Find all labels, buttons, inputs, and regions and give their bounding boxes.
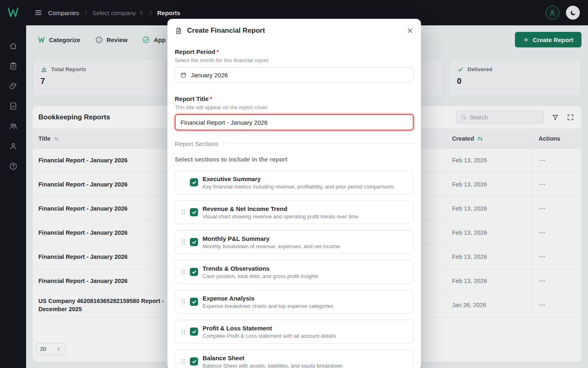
report-period-label: Report Period* xyxy=(175,48,414,55)
report-section-card[interactable]: Monthly P&L Summary Monthly breakdown of… xyxy=(175,230,414,254)
create-financial-report-modal: Create Financial Report Report Period* S… xyxy=(167,19,421,368)
check-icon xyxy=(192,269,197,275)
section-title: Expense Analysis xyxy=(203,295,333,302)
section-description: Visual chart showing revenue and operati… xyxy=(203,213,359,220)
check-icon xyxy=(192,180,197,185)
section-description: Monthly breakdown of revenue, expenses, … xyxy=(203,243,340,249)
required-mark: * xyxy=(210,95,212,102)
report-period-input-wrap[interactable] xyxy=(175,67,414,83)
required-mark: * xyxy=(216,48,219,55)
file-text-icon xyxy=(175,27,183,35)
section-checkbox[interactable] xyxy=(190,328,198,336)
sections-list: Executive Summary Key financial metrics … xyxy=(175,171,414,368)
report-title-input[interactable] xyxy=(180,119,408,126)
report-section-card[interactable]: Revenue & Net Income Trend Visual chart … xyxy=(175,200,414,224)
section-description: Complete Profit & Loss statement with al… xyxy=(203,333,336,339)
drag-handle-icon[interactable] xyxy=(181,209,185,215)
report-section-card[interactable]: Profit & Loss Statement Complete Profit … xyxy=(175,320,414,343)
report-title-input-wrap[interactable] xyxy=(175,114,414,130)
close-icon[interactable] xyxy=(406,27,414,34)
section-description: Expense breakdown charts and top expense… xyxy=(203,303,333,309)
section-description: Balance Sheet with assets, liabilities, … xyxy=(203,363,343,368)
report-period-input[interactable] xyxy=(191,72,408,79)
section-checkbox[interactable] xyxy=(190,357,198,366)
section-title: Profit & Loss Statement xyxy=(203,325,336,332)
check-icon xyxy=(192,210,197,215)
section-checkbox[interactable] xyxy=(190,298,198,306)
report-section-card[interactable]: Executive Summary Key financial metrics … xyxy=(175,171,414,194)
section-title: Monthly P&L Summary xyxy=(203,235,340,242)
report-period-hint: Select the month for this financial repo… xyxy=(175,57,414,63)
section-title: Balance Sheet xyxy=(203,355,343,361)
report-section-card[interactable]: Balance Sheet Balance Sheet with assets,… xyxy=(175,350,414,368)
section-description: Cash position, total debt, and gross pro… xyxy=(203,273,318,279)
drag-handle-icon[interactable] xyxy=(181,358,185,365)
section-title: Revenue & Net Income Trend xyxy=(203,205,359,212)
drag-handle-icon[interactable] xyxy=(181,298,185,305)
check-icon xyxy=(192,329,197,334)
section-checkbox[interactable] xyxy=(190,178,198,186)
report-title-label: Report Title* xyxy=(175,95,414,102)
sections-hint: Select sections to include in the report xyxy=(175,156,414,163)
report-title-hint: This title will appear on the report cov… xyxy=(175,104,414,110)
check-icon xyxy=(192,240,197,245)
section-title: Trends & Observations xyxy=(203,265,318,272)
report-section-card[interactable]: Trends & Observations Cash position, tot… xyxy=(175,260,414,284)
drag-handle-icon[interactable] xyxy=(181,239,185,245)
section-checkbox[interactable] xyxy=(190,268,198,276)
check-icon xyxy=(192,359,197,364)
check-icon xyxy=(192,299,197,305)
calendar-icon xyxy=(180,72,187,79)
drag-handle-icon[interactable] xyxy=(181,269,185,275)
drag-handle-icon[interactable] xyxy=(181,328,185,335)
report-section-card[interactable]: Expense Analysis Expense breakdown chart… xyxy=(175,290,414,314)
report-sections-divider-label: Report Sections xyxy=(175,140,218,147)
section-description: Key financial metrics including revenue,… xyxy=(203,184,394,190)
section-checkbox[interactable] xyxy=(190,238,198,246)
report-sections-divider: Report Sections xyxy=(175,140,414,147)
modal-title: Create Financial Report xyxy=(187,27,265,35)
section-checkbox[interactable] xyxy=(190,208,198,216)
section-title: Executive Summary xyxy=(203,175,394,182)
